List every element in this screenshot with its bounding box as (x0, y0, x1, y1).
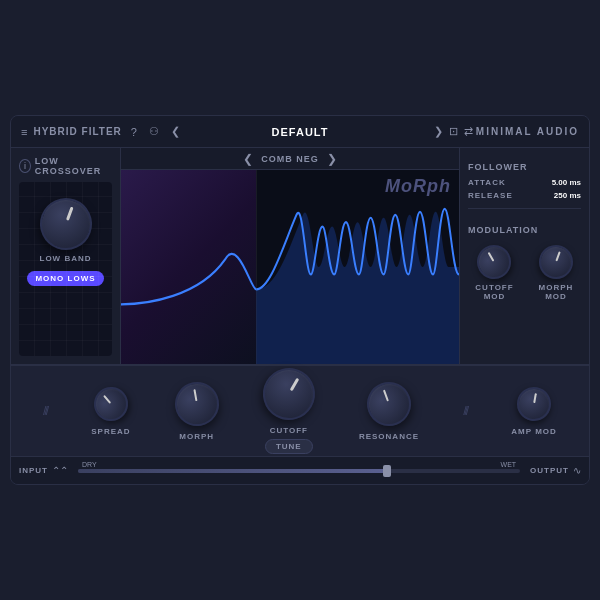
amp-mod-knob[interactable] (514, 384, 553, 423)
prev-preset-button[interactable]: ❮ (168, 123, 183, 140)
morph-text-overlay: MoRph (385, 176, 451, 197)
output-label: OUTPUT (530, 466, 569, 475)
amp-mod-label: AMP MOD (511, 427, 557, 436)
plugin-container: ≡ HYBRID FILTER ? ⚇ ❮ DEFAULT ❯ ⊡ ⇄ MINI… (10, 115, 590, 485)
filter-next-arrow[interactable]: ❯ (327, 152, 337, 166)
top-bar: ≡ HYBRID FILTER ? ⚇ ❮ DEFAULT ❯ ⊡ ⇄ MINI… (11, 116, 589, 148)
right-panel: FOLLOWER ATTACK 5.00 ms RELEASE 250 ms M… (459, 148, 589, 364)
attack-row: ATTACK 5.00 ms (468, 178, 581, 187)
cutoff-knob-item: CUTOFF TUNE (263, 368, 315, 454)
main-area: i LOW CROSSOVER LOW BAND MONO LOWS ❮ COM… (11, 148, 589, 364)
input-label: INPUT (19, 466, 48, 475)
cutoff-knob[interactable] (253, 358, 324, 429)
center-panel: ❮ COMB NEG ❯ (121, 148, 459, 364)
cutoff-label: CUTOFF (270, 426, 308, 435)
release-row: RELEASE 250 ms (468, 191, 581, 200)
wave-icon[interactable]: ∿ (573, 465, 581, 476)
morph-label: MORPH (179, 432, 214, 441)
left-panel: i LOW CROSSOVER LOW BAND MONO LOWS (11, 148, 121, 364)
resonance-label: RESONANCE (359, 432, 419, 441)
morph-knob[interactable] (171, 378, 222, 429)
modulation-title: MODULATION (468, 225, 538, 235)
filter-display: MoRph (121, 170, 459, 364)
dry-label-inline: DRY (82, 461, 97, 468)
cutoff-mod-item: CUTOFF MOD (468, 245, 521, 301)
resonance-knob[interactable] (361, 375, 417, 431)
filter-curve-svg (121, 170, 459, 364)
top-bar-left: ≡ HYBRID FILTER ? ⚇ ❮ (21, 123, 202, 140)
modulation-section: MODULATION CUTOFF MOD MORPH MOD (468, 219, 581, 301)
bottom-knobs-area: /// SPREAD MORPH CUTOFF TUNE RESONANCE (11, 366, 589, 456)
mod-knobs: CUTOFF MOD MORPH MOD (468, 245, 581, 301)
user-icon[interactable]: ⚇ (146, 123, 162, 140)
morph-mod-label: MORPH MOD (531, 283, 581, 301)
spread-knob-item: SPREAD (91, 387, 130, 436)
amp-mod-knob-item: AMP MOD (511, 387, 557, 436)
hash-marks-right: /// (463, 404, 467, 418)
shuffle-icon[interactable]: ⇄ (461, 123, 476, 140)
save-preset-icon[interactable]: ⊡ (446, 123, 461, 140)
filter-type-label: COMB NEG (261, 154, 319, 164)
help-icon[interactable]: ? (128, 124, 140, 140)
dry-wet-slider[interactable]: DRY WET (78, 469, 520, 473)
morph-mod-knob[interactable] (534, 240, 578, 284)
bottom-section: /// SPREAD MORPH CUTOFF TUNE RESONANCE (11, 364, 589, 484)
brand-label: MINIMAL AUDIO (476, 126, 579, 137)
attack-value: 5.00 ms (552, 178, 581, 187)
spread-label: SPREAD (91, 427, 130, 436)
top-bar-right: ❯ ⊡ ⇄ MINIMAL AUDIO (398, 123, 579, 140)
panel-header: i LOW CROSSOVER (19, 156, 112, 176)
menu-icon[interactable]: ≡ (21, 126, 27, 138)
low-crossover-title: LOW CROSSOVER (35, 156, 112, 176)
hash-marks-left: /// (43, 404, 47, 418)
tune-button[interactable]: TUNE (265, 439, 313, 454)
morph-knob-item: MORPH (175, 382, 219, 441)
spread-knob[interactable] (87, 380, 135, 428)
top-bar-center: DEFAULT (210, 126, 391, 138)
release-label: RELEASE (468, 191, 513, 200)
info-icon[interactable]: i (19, 159, 31, 173)
next-preset-button[interactable]: ❯ (431, 123, 446, 140)
release-value: 250 ms (554, 191, 581, 200)
filter-header: ❮ COMB NEG ❯ (121, 148, 459, 170)
resonance-knob-item: RESONANCE (359, 382, 419, 441)
plugin-title: HYBRID FILTER (33, 126, 121, 137)
cutoff-mod-knob[interactable] (471, 239, 517, 285)
attack-label: ATTACK (468, 178, 506, 187)
cutoff-mod-label: CUTOFF MOD (468, 283, 521, 301)
wet-label-inline: WET (501, 461, 517, 468)
up-arrows-icon[interactable]: ⌃⌃ (52, 465, 68, 476)
preset-name: DEFAULT (272, 126, 329, 138)
follower-section: FOLLOWER ATTACK 5.00 ms RELEASE 250 ms (468, 156, 581, 209)
bottom-bar: INPUT ⌃⌃ DRY WET OUTPUT ∿ (11, 456, 589, 484)
follower-title: FOLLOWER (468, 162, 528, 172)
filter-prev-arrow[interactable]: ❮ (243, 152, 253, 166)
morph-mod-item: MORPH MOD (531, 245, 581, 301)
